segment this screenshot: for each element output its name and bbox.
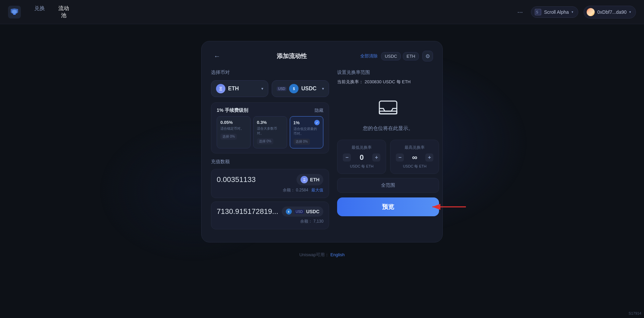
wallet-chevron-icon: ▾ xyxy=(629,10,631,14)
token1-chevron-icon: ▾ xyxy=(261,86,263,91)
max-rate-minus-button[interactable]: − xyxy=(396,153,404,162)
footer-language-link[interactable]: English xyxy=(330,252,345,257)
token2-selector[interactable]: USD $ USDC ▾ xyxy=(272,80,329,97)
fee-option-0-header: 0.05% xyxy=(220,120,247,125)
fee-select-2: 选择 0% xyxy=(293,139,310,145)
fee-options: 0.05% 适合稳定币对。 选择 0% 0.3% 适合大多数币对。 选择 0% xyxy=(217,116,323,148)
eth-balance-row: 余额： 0.2584 最大值 xyxy=(217,187,323,193)
svg-text:S: S xyxy=(536,10,538,14)
token-pair-selector: Ξ ETH ▾ USD $ USDC ▾ xyxy=(211,80,329,97)
fee-tier-box: 1% 手续费级别 隐藏 0.05% 适合稳定币对。 选择 0% xyxy=(211,102,329,153)
card-body: 选择币对 Ξ ETH ▾ USD $ USDC ▾ xyxy=(211,70,433,233)
fee-option-1[interactable]: 0.3% 适合大多数币对。 选择 0% xyxy=(253,116,287,148)
rate-boxes: 最低兑换率 − 0 + USDC 每 ETH 最高兑换率 − ∞ xyxy=(337,140,439,174)
navbar: 兑换 流动 池 ··· S Scroll Alpha ▾ 0xDbf7...da… xyxy=(0,0,644,24)
min-rate-value: 0 xyxy=(355,153,368,162)
usdc-pill[interactable]: USDC xyxy=(381,52,401,60)
fee-pct-2: 1% xyxy=(293,120,300,125)
logo[interactable] xyxy=(8,6,21,18)
eth-deposit-value[interactable]: 0.00351133 xyxy=(217,175,293,184)
fee-desc-1: 适合大多数币对。 xyxy=(257,126,283,136)
min-rate-unit: USDC 每 ETH xyxy=(343,164,380,169)
wallet-address: 0xDbf7...da90 xyxy=(597,9,627,15)
usdc-balance-label: 余额： xyxy=(300,219,312,224)
wallet-avatar xyxy=(587,8,595,16)
left-column: 选择币对 Ξ ETH ▾ USD $ USDC ▾ xyxy=(211,70,329,233)
eth-deposit-box: 0.00351133 Ξ ETH 余额： 0.2584 最大值 xyxy=(211,169,329,198)
deposit-label: 充值数额 xyxy=(211,159,329,165)
fee-option-2-header: 1% ✓ xyxy=(293,120,320,125)
usdc-deposit-box: 7130.915172819... $ USD USDC 余额： 7,130 xyxy=(211,201,329,229)
fee-select-1: 选择 0% xyxy=(257,138,273,144)
wallet-button[interactable]: 0xDbf7...da90 ▾ xyxy=(584,6,636,18)
eth-pill[interactable]: ETH xyxy=(403,52,419,60)
right-column: 设置兑换率范围 当前兑换率： 2030830 USDC 每 ETH 您的仓位将在… xyxy=(337,70,439,233)
token-pills: USDC ETH xyxy=(381,52,419,60)
fee-option-0[interactable]: 0.05% 适合稳定币对。 选择 0% xyxy=(217,116,251,148)
nav-links: 兑换 流动 池 xyxy=(29,2,74,22)
fee-pct-0: 0.05% xyxy=(220,120,233,125)
settings-button[interactable]: ⚙ xyxy=(422,51,433,61)
fee-check-icon: ✓ xyxy=(314,120,320,125)
usdc-balance-value: 7,130 xyxy=(313,219,323,224)
usdc-deposit-row: 7130.915172819... $ USD USDC xyxy=(217,207,323,217)
max-rate-plus-button[interactable]: + xyxy=(425,153,433,162)
clear-all-button[interactable]: 全部清除 xyxy=(360,53,378,59)
position-placeholder: 您的仓位将在此显示。 xyxy=(337,92,439,140)
preview-section: 预览 xyxy=(337,197,439,216)
fee-option-1-header: 0.3% xyxy=(257,120,283,125)
usdc-prefix: USD xyxy=(277,87,286,91)
fee-option-2[interactable]: 1% ✓ 适合低交易量的币对。 选择 0% xyxy=(290,116,324,148)
pair-section-label: 选择币对 xyxy=(211,70,329,76)
full-range-button[interactable]: 全范围 xyxy=(337,178,439,193)
usdc-deposit-token-name: USDC xyxy=(306,209,320,214)
fee-pct-1: 0.3% xyxy=(257,120,267,125)
fee-hide-button[interactable]: 隐藏 xyxy=(315,107,323,113)
network-icon: S xyxy=(535,9,541,15)
more-options-button[interactable]: ··· xyxy=(515,7,526,17)
rate-section-label: 设置兑换率范围 xyxy=(337,70,439,76)
eth-deposit-row: 0.00351133 Ξ ETH xyxy=(217,174,323,185)
main-content: ← 添加流动性 全部清除 USDC ETH ⚙ 选择币对 xyxy=(0,24,644,258)
add-liquidity-card: ← 添加流动性 全部清除 USDC ETH ⚙ 选择币对 xyxy=(201,41,443,242)
eth-balance-label: 余额： xyxy=(283,188,295,192)
current-rate-label: 当前兑换率： xyxy=(337,79,363,84)
position-placeholder-text: 您的仓位将在此显示。 xyxy=(363,125,413,132)
fee-select-0: 选择 0% xyxy=(220,134,237,140)
current-rate: 当前兑换率： 2030830 USDC 每 ETH xyxy=(337,79,439,85)
token2-chevron-icon: ▾ xyxy=(322,86,324,91)
nav-right: ··· S Scroll Alpha ▾ 0xDbf7...da90 ▾ xyxy=(515,6,636,18)
eth-max-button[interactable]: 最大值 xyxy=(311,188,323,192)
usdc-icon: $ xyxy=(289,84,299,93)
eth-deposit-icon: Ξ xyxy=(301,176,308,183)
min-rate-label: 最低兑换率 xyxy=(343,145,380,150)
card-header: ← 添加流动性 全部清除 USDC ETH ⚙ xyxy=(211,51,433,61)
max-rate-controls: − ∞ + xyxy=(396,153,433,162)
card-actions: 全部清除 USDC ETH ⚙ xyxy=(360,51,433,61)
svg-rect-1 xyxy=(13,14,16,15)
eth-balance-value: 0.2584 xyxy=(296,188,308,192)
usdc-deposit-value[interactable]: 7130.915172819... xyxy=(217,207,278,216)
preview-button[interactable]: 预览 xyxy=(337,197,439,216)
network-selector[interactable]: S Scroll Alpha ▾ xyxy=(531,6,578,18)
usdc-deposit-icon: $ xyxy=(286,209,292,215)
current-rate-value: 2030830 xyxy=(365,79,382,84)
min-rate-minus-button[interactable]: − xyxy=(343,153,351,162)
network-chevron-icon: ▾ xyxy=(572,10,573,14)
back-button[interactable]: ← xyxy=(211,51,223,61)
usdc-balance-row: 余额： 7,130 xyxy=(217,219,323,224)
current-rate-unit: USDC 每 ETH xyxy=(383,79,411,84)
nav-pool[interactable]: 流动 池 xyxy=(53,2,74,22)
fee-desc-0: 适合稳定币对。 xyxy=(220,126,247,131)
fee-tier-header: 1% 手续费级别 隐藏 xyxy=(217,107,323,113)
eth-token-button[interactable]: Ξ ETH xyxy=(297,174,323,185)
usdc-deposit-prefix: USD xyxy=(294,210,304,214)
fee-desc-2: 适合低交易量的币对。 xyxy=(293,127,320,136)
nav-swap[interactable]: 兑换 xyxy=(29,2,50,22)
inbox-icon xyxy=(377,98,399,120)
max-rate-box: 最高兑换率 − ∞ + USDC 每 ETH xyxy=(390,140,439,174)
min-rate-plus-button[interactable]: + xyxy=(372,153,380,162)
arrow-annotation xyxy=(429,200,469,214)
usdc-token-button[interactable]: $ USD USDC xyxy=(282,207,324,217)
token1-selector[interactable]: Ξ ETH ▾ xyxy=(211,80,268,97)
